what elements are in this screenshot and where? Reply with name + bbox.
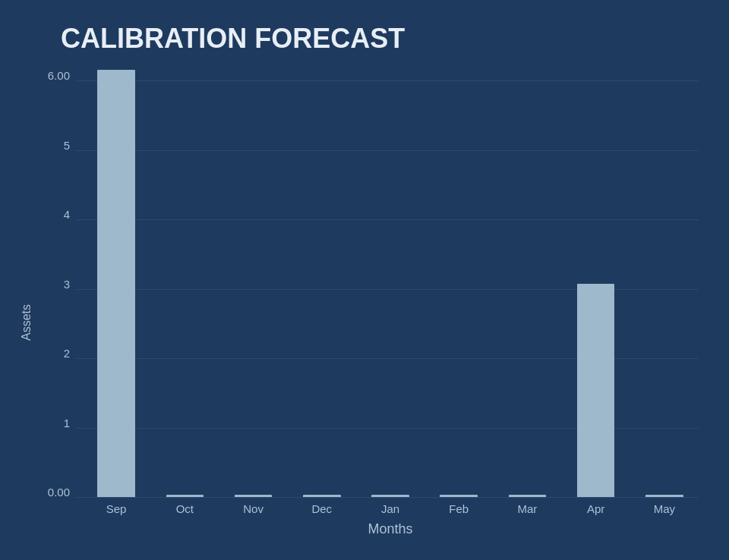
- x-tick-label: Sep: [82, 502, 150, 515]
- bar: [440, 495, 478, 497]
- bar-group: [630, 70, 699, 497]
- chart-inner: 6.00543210.00 SepOctNovDecJanFebMarAprMa…: [38, 70, 699, 537]
- x-tick-label: Oct: [150, 502, 219, 515]
- bar-group: [219, 70, 287, 497]
- bar-group: [493, 70, 561, 497]
- bar-group: [424, 70, 493, 497]
- x-tick-label: Jan: [356, 502, 424, 515]
- bar: [166, 495, 204, 497]
- page-title: CALIBRATION FORECAST: [61, 23, 699, 55]
- bar: [645, 495, 683, 497]
- x-tick-label: Dec: [288, 502, 356, 515]
- plot-area: 6.00543210.00: [38, 70, 699, 498]
- bar-group: [150, 70, 219, 497]
- x-axis: SepOctNovDecJanFebMarAprMay: [38, 502, 699, 515]
- bar-group: [356, 70, 424, 497]
- chart-area: Assets 6.00543210.00 SepOctNovDecJanFebM…: [15, 70, 699, 537]
- bar: [235, 495, 273, 497]
- y-tick-label: 1: [38, 417, 76, 429]
- y-tick-label: 4: [38, 209, 76, 220]
- bar: [303, 495, 341, 497]
- x-axis-title: Months: [38, 521, 699, 537]
- bar: [509, 495, 547, 497]
- bar-group: [562, 70, 630, 497]
- y-tick-label: 2: [38, 348, 76, 359]
- x-tick-label: May: [630, 502, 699, 515]
- x-tick-label: Apr: [562, 502, 630, 515]
- y-axis-label: Assets: [15, 70, 38, 537]
- bar: [371, 495, 409, 497]
- x-tick-label: Nov: [219, 502, 287, 515]
- bars-container: [82, 70, 699, 498]
- bar-group: [82, 70, 150, 497]
- y-tick-label: 6.00: [38, 70, 76, 81]
- bar: [577, 284, 615, 498]
- y-tick-label: 5: [38, 140, 76, 151]
- bar: [97, 70, 135, 497]
- x-tick-label: Feb: [424, 502, 493, 515]
- y-tick-label: 0.00: [38, 486, 76, 498]
- x-tick-label: Mar: [493, 502, 561, 515]
- bar-group: [288, 70, 356, 497]
- y-tick-label: 3: [38, 278, 76, 290]
